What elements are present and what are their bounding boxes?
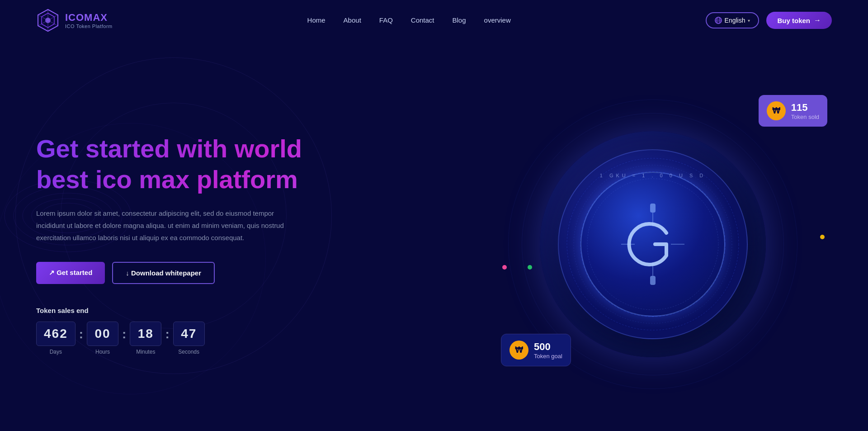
download-label: ↓ Download whitepaper xyxy=(126,269,201,277)
nav-link-contact[interactable]: Contact xyxy=(411,16,434,24)
svg-point-16 xyxy=(567,158,739,330)
left-section: Get started with world best ico max plat… xyxy=(36,133,474,355)
svg-point-19 xyxy=(587,179,718,310)
coin-container: 1 GKU = 1 . 0 0 U S D xyxy=(535,127,770,362)
nav-item-overview[interactable]: overview xyxy=(484,16,511,24)
hours-unit: Hours xyxy=(95,349,110,355)
nav-link-faq[interactable]: FAQ xyxy=(379,16,393,24)
language-button[interactable]: English ▾ xyxy=(706,12,760,28)
countdown-days: 462 Days xyxy=(36,322,75,355)
countdown-timer: 462 Days : 00 Hours : 18 Minutes : 47 Se… xyxy=(36,322,456,355)
coin-middle-ring: 1 GKU = 1 . 0 0 U S D xyxy=(558,149,748,339)
nav-right: English ▾ Buy token → xyxy=(706,12,832,29)
logo-icon xyxy=(36,9,60,32)
seconds-unit: Seconds xyxy=(178,349,199,355)
get-started-label: ↗ Get started xyxy=(49,269,92,277)
language-label: English xyxy=(725,17,745,24)
circuit-rings xyxy=(562,154,743,335)
chevron-down-icon: ▾ xyxy=(748,18,750,23)
hero-title: Get started with world best ico max plat… xyxy=(36,133,456,194)
logo-name: ICOMAX xyxy=(65,12,113,24)
token-sold-number: 115 xyxy=(791,102,819,114)
token-goal-icon: ₩ xyxy=(509,341,528,360)
minutes-value: 18 xyxy=(130,322,161,346)
dot-green-left xyxy=(528,265,532,270)
dot-pink-left xyxy=(502,265,507,270)
hero-description: Lorem ipsum dolor sit amet, consectetur … xyxy=(36,207,289,244)
nav-link-home[interactable]: Home xyxy=(307,16,326,24)
nav-item-about[interactable]: About xyxy=(344,16,361,24)
minutes-unit: Minutes xyxy=(136,349,155,355)
hours-value: 00 xyxy=(87,322,118,346)
globe-icon xyxy=(715,17,722,24)
nav-link-overview[interactable]: overview xyxy=(484,16,511,24)
get-started-button[interactable]: ↗ Get started xyxy=(36,262,105,284)
main-content: Get started with world best ico max plat… xyxy=(0,41,868,430)
token-goal-badge: ₩ 500 Token goal xyxy=(501,334,571,366)
buy-token-button[interactable]: Buy token → xyxy=(766,12,832,29)
token-sold-text: 115 Token sold xyxy=(791,102,819,120)
countdown-section: Token sales end 462 Days : 00 Hours : 18… xyxy=(36,307,456,355)
svg-point-10 xyxy=(45,18,51,23)
coin-outer-ring: 1 GKU = 1 . 0 0 U S D xyxy=(540,131,766,357)
token-goal-label: Token goal xyxy=(534,353,562,360)
arrow-right-icon: → xyxy=(814,16,821,24)
token-sold-label: Token sold xyxy=(791,114,819,120)
days-unit: Days xyxy=(50,349,62,355)
separator-3: : xyxy=(165,327,169,341)
nav-item-home[interactable]: Home xyxy=(307,16,326,24)
countdown-hours: 00 Hours xyxy=(87,322,118,355)
navbar: ICOMAX ICO Token Platform Home About FAQ… xyxy=(0,0,868,41)
cta-buttons: ↗ Get started ↓ Download whitepaper xyxy=(36,262,456,284)
logo-text: ICOMAX ICO Token Platform xyxy=(65,12,113,29)
countdown-label: Token sales end xyxy=(36,307,456,314)
buy-token-label: Buy token xyxy=(777,17,810,24)
token-sold-icon: ₩ xyxy=(767,101,786,120)
download-whitepaper-button[interactable]: ↓ Download whitepaper xyxy=(112,262,215,284)
nav-link-blog[interactable]: Blog xyxy=(453,16,466,24)
nav-item-faq[interactable]: FAQ xyxy=(379,16,393,24)
seconds-value: 47 xyxy=(173,322,205,346)
logo-tagline: ICO Token Platform xyxy=(65,24,113,29)
days-value: 462 xyxy=(36,322,75,346)
nav-link-about[interactable]: About xyxy=(344,16,361,24)
nav-item-blog[interactable]: Blog xyxy=(453,16,466,24)
countdown-minutes: 18 Minutes xyxy=(130,322,161,355)
rate-text: 1 GKU = 1 . 0 0 U S D xyxy=(600,173,706,178)
nav-item-contact[interactable]: Contact xyxy=(411,16,434,24)
nav-links: Home About FAQ Contact Blog overview xyxy=(307,16,511,24)
countdown-seconds: 47 Seconds xyxy=(173,322,205,355)
hero-title-line2: best ico max platform xyxy=(36,165,298,194)
logo-area: ICOMAX ICO Token Platform xyxy=(36,9,113,32)
separator-1: : xyxy=(79,327,83,341)
dot-yellow-right xyxy=(820,235,825,239)
token-goal-number: 500 xyxy=(534,341,562,353)
svg-point-17 xyxy=(574,165,732,323)
hero-title-line1: Get started with world xyxy=(36,134,302,163)
separator-2: : xyxy=(122,327,126,341)
svg-point-18 xyxy=(580,172,725,317)
token-sold-badge: ₩ 115 Token sold xyxy=(759,95,827,127)
right-section: ₩ 115 Token sold 1 GKU = 1 . xyxy=(474,86,832,403)
token-goal-text: 500 Token goal xyxy=(534,341,562,360)
